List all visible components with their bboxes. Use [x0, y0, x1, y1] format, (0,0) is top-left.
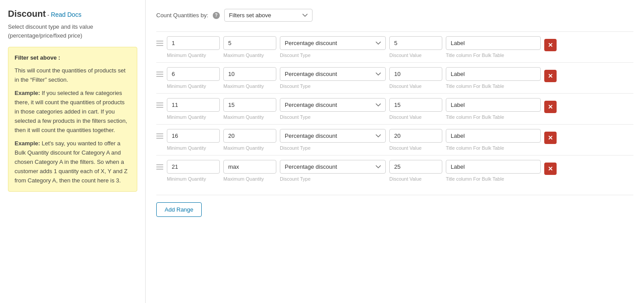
discount-type-field: Percentage discountFixed pricePrice disc… — [280, 67, 386, 89]
min-qty-input[interactable] — [167, 67, 220, 81]
max-qty-field: Maximum Quantity — [223, 160, 276, 182]
left-panel: Discount - Read Docs Select discount typ… — [0, 0, 146, 303]
discount-value-input[interactable] — [389, 67, 442, 81]
min-qty-label: Minimum Quantity — [167, 176, 220, 182]
discount-value-label: Discount Value — [389, 83, 442, 89]
table-row: Minimum Quantity Maximum Quantity Percen… — [156, 31, 633, 62]
discount-type-field: Percentage discountFixed pricePrice disc… — [280, 129, 386, 151]
max-qty-input[interactable] — [223, 36, 276, 50]
discount-value-label: Discount Value — [389, 114, 442, 120]
max-qty-label: Maximum Quantity — [223, 53, 276, 58]
discount-type-label: Discount Type — [280, 176, 386, 182]
count-quantities-label: Count Quantities by: — [156, 12, 208, 19]
read-docs-link[interactable]: Read Docs — [51, 11, 81, 18]
table-row: Minimum Quantity Maximum Quantity Percen… — [156, 124, 633, 155]
max-qty-input[interactable] — [223, 129, 276, 143]
title-col-label: Title column For Bulk Table — [446, 53, 541, 58]
min-qty-label: Minimum Quantity — [167, 53, 220, 58]
title-col-label: Title column For Bulk Table — [446, 83, 541, 89]
title-col-input[interactable] — [446, 36, 541, 50]
max-qty-label: Maximum Quantity — [223, 114, 276, 120]
discount-value-field: Discount Value — [389, 160, 442, 182]
min-qty-field: Minimum Quantity — [167, 98, 220, 120]
drag-handle[interactable] — [156, 36, 163, 46]
title-col-field: Title column For Bulk Table — [446, 36, 541, 58]
min-qty-label: Minimum Quantity — [167, 114, 220, 120]
drag-handle[interactable] — [156, 67, 163, 77]
title-col-label: Title column For Bulk Table — [446, 114, 541, 120]
max-qty-field: Maximum Quantity — [223, 36, 276, 58]
discount-type-select[interactable]: Percentage discountFixed pricePrice disc… — [280, 98, 386, 112]
drag-handle[interactable] — [156, 160, 163, 170]
discount-value-input[interactable] — [389, 36, 442, 50]
discount-type-select[interactable]: Percentage discountFixed pricePrice disc… — [280, 160, 386, 174]
help-icon[interactable]: ? — [213, 12, 220, 19]
max-qty-input[interactable] — [223, 98, 276, 112]
count-quantities-row: Count Quantities by: ? Filters set above… — [156, 9, 633, 22]
delete-row-button[interactable]: ✕ — [544, 163, 557, 175]
table-row: Minimum Quantity Maximum Quantity Percen… — [156, 155, 633, 186]
drag-handle[interactable] — [156, 129, 163, 139]
discount-type-field: Percentage discountFixed pricePrice disc… — [280, 36, 386, 58]
title-col-input[interactable] — [446, 98, 541, 112]
title-col-field: Title column For Bulk Table — [446, 67, 541, 89]
min-qty-label: Minimum Quantity — [167, 145, 220, 151]
drag-handle[interactable] — [156, 98, 163, 108]
discount-type-label: Discount Type — [280, 145, 386, 151]
subtitle: Select discount type and its value (perc… — [8, 23, 137, 40]
min-qty-input[interactable] — [167, 160, 220, 174]
separator: - — [47, 11, 51, 18]
min-qty-label: Minimum Quantity — [167, 83, 220, 89]
discount-type-field: Percentage discountFixed pricePrice disc… — [280, 160, 386, 182]
page-heading: Discount - Read Docs — [8, 9, 137, 19]
discount-value-label: Discount Value — [389, 145, 442, 151]
table-row: Minimum Quantity Maximum Quantity Percen… — [156, 93, 633, 124]
discount-value-field: Discount Value — [389, 36, 442, 58]
discount-value-label: Discount Value — [389, 53, 442, 58]
title-col-input[interactable] — [446, 67, 541, 81]
title-col-input[interactable] — [446, 129, 541, 143]
count-quantities-select[interactable]: Filters set above Individual products — [224, 9, 313, 22]
delete-row-button[interactable]: ✕ — [544, 70, 557, 82]
title-col-input[interactable] — [446, 160, 541, 174]
min-qty-input[interactable] — [167, 36, 220, 50]
title-col-field: Title column For Bulk Table — [446, 160, 541, 182]
discount-value-field: Discount Value — [389, 98, 442, 120]
min-qty-input[interactable] — [167, 98, 220, 112]
add-range-button[interactable]: Add Range — [156, 202, 202, 217]
range-rows-container: Minimum Quantity Maximum Quantity Percen… — [156, 31, 633, 186]
add-range-row: Add Range — [156, 195, 633, 217]
min-qty-input[interactable] — [167, 129, 220, 143]
discount-value-label: Discount Value — [389, 176, 442, 182]
discount-type-select[interactable]: Percentage discountFixed pricePrice disc… — [280, 36, 386, 50]
info-box-title: Filter set above : — [15, 53, 131, 63]
delete-row-button[interactable]: ✕ — [544, 132, 557, 144]
discount-type-select[interactable]: Percentage discountFixed pricePrice disc… — [280, 129, 386, 143]
max-qty-input[interactable] — [223, 67, 276, 81]
min-qty-field: Minimum Quantity — [167, 129, 220, 151]
discount-value-input[interactable] — [389, 160, 442, 174]
delete-row-button[interactable]: ✕ — [544, 101, 557, 113]
title-col-field: Title column For Bulk Table — [446, 129, 541, 151]
min-qty-field: Minimum Quantity — [167, 36, 220, 58]
max-qty-input[interactable] — [223, 160, 276, 174]
max-qty-field: Maximum Quantity — [223, 98, 276, 120]
title-col-field: Title column For Bulk Table — [446, 98, 541, 120]
discount-value-field: Discount Value — [389, 67, 442, 89]
delete-row-button[interactable]: ✕ — [544, 39, 557, 51]
info-box-para-3: Example: Let's say, you wanted to offer … — [15, 139, 131, 185]
discount-value-input[interactable] — [389, 129, 442, 143]
discount-value-input[interactable] — [389, 98, 442, 112]
max-qty-field: Maximum Quantity — [223, 129, 276, 151]
info-box-para-1: This will count the quantities of produc… — [15, 66, 131, 85]
max-qty-label: Maximum Quantity — [223, 145, 276, 151]
title-col-label: Title column For Bulk Table — [446, 176, 541, 182]
table-row: Minimum Quantity Maximum Quantity Percen… — [156, 62, 633, 93]
discount-type-select[interactable]: Percentage discountFixed pricePrice disc… — [280, 67, 386, 81]
right-panel: Count Quantities by: ? Filters set above… — [146, 0, 644, 303]
max-qty-label: Maximum Quantity — [223, 83, 276, 89]
discount-type-label: Discount Type — [280, 83, 386, 89]
max-qty-label: Maximum Quantity — [223, 176, 276, 182]
discount-type-field: Percentage discountFixed pricePrice disc… — [280, 98, 386, 120]
info-box-para-2: Example: If you selected a few categorie… — [15, 89, 131, 135]
